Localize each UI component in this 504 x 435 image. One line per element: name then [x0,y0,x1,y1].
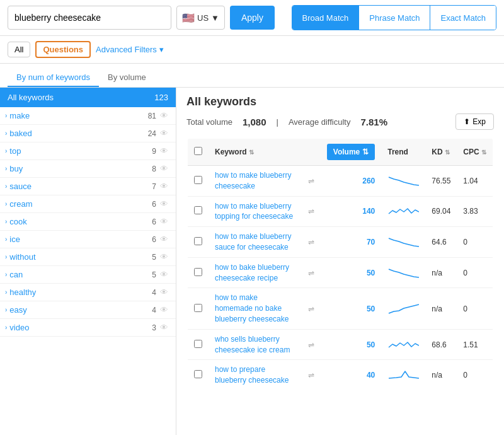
keyword-link[interactable]: how to bake blueberry cheesecake recipe [215,263,289,282]
sidebar-item-label: can [9,270,23,279]
sidebar-item[interactable]: › without 5 👁 [0,248,176,266]
row-checkbox-2[interactable] [194,237,202,245]
kd-value: 68.6 [425,329,457,360]
sidebar-item-count: 4 [152,306,156,315]
sidebar-item[interactable]: › healthy 4 👁 [0,284,176,301]
row-checkbox-5[interactable] [194,340,202,348]
sidebar-item-label: without [9,252,35,262]
cpc-value: 1.04 [457,166,493,197]
keyword-link[interactable]: who sells blueberry cheesecake ice cream [215,335,290,354]
sidebar-item[interactable]: › video 3 👁 [0,319,176,337]
sparkline [387,338,419,351]
col-header-kd[interactable]: KD ⇅ [425,138,457,166]
broad-match-button[interactable]: Broad Match [292,6,359,30]
volume-value: 50 [367,340,375,349]
volume-value: 140 [362,207,375,216]
sidebar-item[interactable]: › can 5 👁 [0,266,176,284]
sidebar-item[interactable]: › sauce 7 👁 [0,178,176,195]
filter-rows-icon[interactable]: ⇌ [308,207,314,216]
filter-rows-icon[interactable]: ⇌ [308,340,314,349]
filter-rows-icon[interactable]: ⇌ [308,304,314,313]
eye-icon[interactable]: 👁 [160,287,168,297]
cpc-value: 1.51 [457,329,493,360]
keyword-sort-icon[interactable]: ⇅ [249,149,254,156]
eye-icon[interactable]: 👁 [160,323,168,332]
eye-icon[interactable]: 👁 [160,164,168,173]
filter-bar: All Questions Advanced Filters ▾ [0,36,504,64]
sidebar-item-count: 7 [152,182,156,191]
keywords-table: Keyword ⇅ Volume ⇅ Trend KD ⇅ [186,137,494,392]
keyword-link[interactable]: how to make blueberry topping for cheese… [215,202,293,221]
row-checkbox-1[interactable] [194,206,202,214]
eye-icon[interactable]: 👁 [160,182,168,191]
filter-rows-icon[interactable]: ⇌ [308,371,314,380]
volume-value: 70 [367,238,375,246]
exact-match-button[interactable]: Exact Match [430,6,496,30]
all-filter-button[interactable]: All [8,42,30,57]
eye-icon[interactable]: 👁 [160,129,168,138]
export-button[interactable]: ⬆ Exp [455,113,494,130]
sidebar-item-count: 6 [152,218,156,226]
keyword-link[interactable]: how to make blueberry sauce for cheeseca… [215,232,291,252]
eye-icon[interactable]: 👁 [160,111,168,120]
sidebar-item-count: 3 [152,323,156,332]
country-selector[interactable]: 🇺🇸 US ▼ [176,6,225,30]
cpc-value: 0 [457,360,493,391]
advanced-filters-link[interactable]: Advanced Filters ▾ [96,45,164,54]
tab-by-num-keywords[interactable]: By num of keywords [8,69,99,87]
main-content: All keywords 123 › make 81 👁 › baked 24 … [0,88,504,435]
kd-sort-icon: ⇅ [445,149,450,156]
eye-icon[interactable]: 👁 [160,235,168,244]
chevron-right-icon: › [5,183,7,190]
sidebar-item[interactable]: › cream 6 👁 [0,195,176,213]
questions-filter-button[interactable]: Questions [35,41,91,58]
row-checkbox-4[interactable] [194,304,202,312]
sidebar-item-label: cream [9,199,32,209]
trend-cell [381,288,425,329]
filter-rows-icon[interactable]: ⇌ [308,269,314,277]
sidebar-item[interactable]: › ice 6 👁 [0,231,176,248]
sidebar-item[interactable]: › top 9 👁 [0,142,176,160]
sparkline [387,368,419,381]
eye-icon[interactable]: 👁 [160,217,168,226]
table-header-row: Keyword ⇅ Volume ⇅ Trend KD ⇅ [187,138,493,166]
sidebar-item[interactable]: › easy 4 👁 [0,301,176,319]
trend-cell [381,329,425,360]
search-input[interactable] [8,6,171,30]
sidebar-item-count: 6 [152,235,156,244]
eye-icon[interactable]: 👁 [160,252,168,262]
row-checkbox-3[interactable] [194,268,202,276]
keyword-link[interactable]: how to make blueberry cheesecake [215,171,291,190]
filter-rows-icon[interactable]: ⇌ [308,177,314,185]
apply-button[interactable]: Apply [230,6,275,30]
keyword-link[interactable]: how to make homemade no bake blueberry c… [215,293,289,323]
sidebar-item-count: 5 [152,270,156,279]
sidebar-item-label: easy [9,305,26,315]
sidebar-item-left: › can [5,270,23,279]
avg-difficulty-value: 7.81% [360,117,387,127]
sidebar-item[interactable]: › cook 6 👁 [0,213,176,231]
select-all-checkbox[interactable] [194,147,202,155]
row-checkbox-6[interactable] [194,370,202,378]
eye-icon[interactable]: 👁 [160,305,168,315]
filter-rows-icon[interactable]: ⇌ [308,238,314,246]
col-header-cpc[interactable]: CPC ⇅ [457,138,493,166]
eye-icon[interactable]: 👁 [160,146,168,156]
chevron-right-icon: › [5,271,7,278]
sidebar-item[interactable]: › baked 24 👁 [0,125,176,142]
eye-icon[interactable]: 👁 [160,270,168,279]
keyword-link[interactable]: how to prepare blueberry cheesecake [215,365,289,385]
sidebar-item-count: 8 [152,165,156,173]
volume-value: 40 [367,371,375,380]
advanced-filters-label: Advanced Filters [96,45,157,54]
sidebar-item-count: 4 [152,288,156,297]
sidebar-item[interactable]: › make 81 👁 [0,107,176,125]
sidebar-item[interactable]: › buy 8 👁 [0,160,176,178]
phrase-match-button[interactable]: Phrase Match [358,6,430,30]
tab-by-volume[interactable]: By volume [99,69,155,87]
eye-icon[interactable]: 👁 [160,199,168,209]
sidebar-item-left: › baked [5,129,32,138]
kd-value: 76.55 [425,166,457,197]
col-header-volume[interactable]: Volume ⇅ [321,138,381,166]
row-checkbox-0[interactable] [194,176,202,184]
